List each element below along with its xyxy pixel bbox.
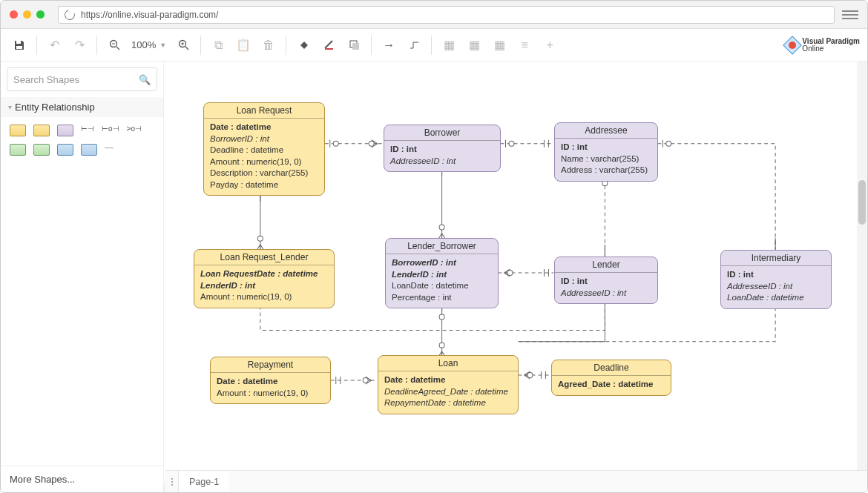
shape-rel-3[interactable]: >o⊣ bbox=[127, 125, 142, 136]
shape-entity-green[interactable] bbox=[10, 144, 26, 156]
entity-loan[interactable]: Loan Date : datetimeDeadlineAgreed_Date … bbox=[378, 355, 519, 414]
entity-lender-borrower[interactable]: Lender_Borrower BorrowerID : intLenderID… bbox=[385, 238, 499, 308]
shape-entity-green-2[interactable] bbox=[33, 144, 50, 156]
entity-deadline[interactable]: Deadline Agreed_Date : datetime bbox=[551, 360, 671, 396]
entity-loan-request[interactable]: Loan Request Date : datetimeBorrowerID :… bbox=[203, 102, 325, 196]
entity-body: Agreed_Date : datetime bbox=[552, 376, 671, 395]
canvas[interactable]: Loan Request Date : datetimeBorrowerID :… bbox=[164, 62, 867, 492]
entity-body: ID : intAddresseeID : int bbox=[555, 273, 657, 303]
shadow-button[interactable] bbox=[343, 34, 365, 56]
entity-title: Lender_Borrower bbox=[386, 239, 498, 254]
entity-body: Date : datetimeDeadlineAgreed_Date : dat… bbox=[378, 371, 518, 414]
svg-line-3 bbox=[116, 47, 119, 50]
window-controls bbox=[10, 10, 45, 19]
entity-body: Loan RequestDate : datetimeLenderID : in… bbox=[194, 265, 334, 308]
shape-palette: ⊢⊣ ⊢o⊣ >o⊣ ┄┄ bbox=[1, 117, 163, 163]
paste-button[interactable]: 📋 bbox=[232, 34, 254, 56]
page-tab[interactable]: Page-1 bbox=[179, 471, 229, 492]
shape-rel-1[interactable]: ⊢⊣ bbox=[81, 125, 94, 136]
shape-entity-blue-2[interactable] bbox=[81, 144, 97, 156]
search-input[interactable]: Search Shapes 🔍 bbox=[7, 67, 157, 91]
entity-lender[interactable]: Lender ID : intAddresseeID : int bbox=[554, 257, 658, 304]
entity-title: Lender bbox=[555, 257, 657, 273]
stroke-button[interactable] bbox=[318, 34, 340, 56]
entity-title: Deadline bbox=[552, 360, 671, 376]
entity-body: ID : intAddresseeID : int bbox=[384, 141, 500, 171]
save-button[interactable] bbox=[8, 34, 30, 56]
url-text: https://online.visual-paradigm.com/ bbox=[81, 10, 218, 20]
svg-rect-1 bbox=[16, 46, 22, 49]
zoom-level[interactable]: 100%▼ bbox=[128, 39, 169, 50]
entity-body: ID : intName : varchar(255)Address : var… bbox=[555, 139, 657, 181]
logo-icon bbox=[783, 36, 802, 54]
entity-title: Loan Request_Lender bbox=[194, 250, 334, 265]
entity-addressee[interactable]: Addressee ID : intName : varchar(255)Add… bbox=[554, 122, 658, 182]
url-bar[interactable]: https://online.visual-paradigm.com/ bbox=[58, 6, 835, 24]
search-placeholder: Search Shapes bbox=[13, 74, 139, 85]
back-button[interactable]: ▦ bbox=[463, 34, 485, 56]
minimize-dot[interactable] bbox=[23, 10, 31, 19]
logo[interactable]: Visual ParadigmOnline bbox=[786, 38, 860, 53]
entity-loan-request-lender[interactable]: Loan Request_Lender Loan RequestDate : d… bbox=[194, 249, 335, 308]
group-button[interactable]: ▦ bbox=[488, 34, 510, 56]
entity-body: Date : datetimeBorrowerID : intDeadline … bbox=[204, 119, 324, 195]
zoom-in-button[interactable] bbox=[172, 34, 194, 56]
svg-rect-11 bbox=[352, 43, 359, 50]
delete-button[interactable]: 🗑 bbox=[257, 34, 280, 56]
entity-borrower[interactable]: Borrower ID : intAddresseeID : int bbox=[384, 125, 501, 172]
svg-rect-9 bbox=[325, 48, 333, 50]
entity-title: Loan bbox=[378, 356, 518, 371]
undo-button[interactable]: ↶ bbox=[43, 34, 65, 56]
tab-grip[interactable] bbox=[165, 471, 179, 492]
entity-title: Intermediary bbox=[721, 251, 831, 266]
page-tabs: Page-1 bbox=[165, 470, 867, 492]
title-bar: https://online.visual-paradigm.com/ bbox=[1, 1, 867, 29]
scroll-thumb[interactable] bbox=[858, 180, 866, 225]
hamburger-menu[interactable] bbox=[842, 10, 858, 19]
front-button[interactable]: ▦ bbox=[438, 34, 460, 56]
svg-line-6 bbox=[185, 47, 188, 50]
toolbar: ↶ ↷ 100%▼ ⧉ 📋 🗑 → ▦ ▦ ▦ ≡ + Visual Parad… bbox=[1, 29, 867, 62]
redo-button[interactable]: ↷ bbox=[68, 34, 91, 56]
zoom-out-button[interactable] bbox=[103, 34, 125, 56]
more-shapes-button[interactable]: More Shapes... bbox=[1, 466, 163, 492]
shape-line[interactable]: ┄┄ bbox=[105, 144, 114, 156]
connector-button[interactable]: → bbox=[378, 34, 400, 56]
vertical-scrollbar[interactable] bbox=[857, 62, 867, 474]
entity-title: Loan Request bbox=[204, 103, 324, 119]
category-header[interactable]: Entity Relationship bbox=[1, 97, 163, 117]
sidebar: Search Shapes 🔍 Entity Relationship ⊢⊣ ⊢… bbox=[1, 62, 164, 492]
shape-entity-yellow-2[interactable] bbox=[33, 125, 50, 136]
search-icon: 🔍 bbox=[139, 74, 151, 85]
entity-intermediary[interactable]: Intermediary ID : intAddresseeID : intLo… bbox=[720, 250, 832, 309]
entity-body: BorrowerID : intLenderID : intLoanDate :… bbox=[386, 254, 498, 308]
svg-rect-0 bbox=[16, 41, 21, 44]
entity-body: Date : datetimeAmount : numeric(19, 0) bbox=[211, 373, 330, 403]
copy-button[interactable]: ⧉ bbox=[207, 34, 229, 56]
shape-entity-blue[interactable] bbox=[57, 144, 73, 156]
shape-entity-yellow[interactable] bbox=[10, 125, 26, 136]
entity-title: Repayment bbox=[211, 357, 330, 373]
entity-title: Borrower bbox=[384, 125, 500, 141]
close-dot[interactable] bbox=[10, 10, 18, 19]
align-button[interactable]: ≡ bbox=[513, 34, 536, 56]
shape-rel-2[interactable]: ⊢o⊣ bbox=[102, 125, 119, 136]
reload-icon[interactable] bbox=[62, 7, 76, 21]
entity-title: Addressee bbox=[555, 123, 657, 139]
waypoint-button[interactable] bbox=[403, 34, 425, 56]
shape-entity-purple[interactable] bbox=[57, 125, 73, 136]
entity-body: ID : intAddresseeID : intLoanDate : date… bbox=[721, 266, 831, 308]
maximize-dot[interactable] bbox=[36, 10, 45, 19]
add-button[interactable]: + bbox=[539, 34, 561, 56]
fill-button[interactable] bbox=[292, 34, 315, 56]
entity-repayment[interactable]: Repayment Date : datetimeAmount : numeri… bbox=[210, 357, 331, 404]
